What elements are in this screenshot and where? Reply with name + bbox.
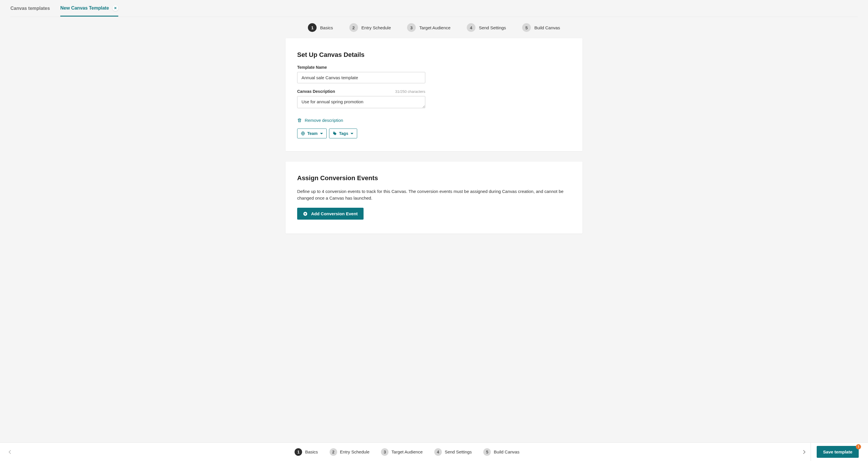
team-label: Team bbox=[307, 131, 318, 136]
step-label: Basics bbox=[320, 25, 333, 30]
char-count: 31/250 characters bbox=[395, 89, 425, 94]
card-heading: Assign Conversion Events bbox=[297, 174, 571, 182]
step-number: 2 bbox=[349, 23, 358, 32]
tags-dropdown[interactable]: Tags bbox=[329, 128, 358, 138]
step-label: Send Settings bbox=[479, 25, 506, 30]
add-conversion-event-button[interactable]: Add Conversion Event bbox=[297, 208, 364, 220]
tab-canvas-templates[interactable]: Canvas templates bbox=[10, 1, 50, 17]
template-name-input[interactable] bbox=[297, 72, 425, 83]
step-number: 3 bbox=[407, 23, 416, 32]
canvas-description-label: Canvas Description bbox=[297, 89, 335, 94]
step-label: Build Canvas bbox=[534, 25, 560, 30]
tags-label: Tags bbox=[339, 131, 348, 136]
remove-description-button[interactable]: Remove description bbox=[297, 117, 343, 124]
conversion-description: Define up to 4 conversion events to trac… bbox=[297, 188, 564, 201]
tag-icon bbox=[333, 132, 337, 136]
step-entry-schedule[interactable]: 2 Entry Schedule bbox=[349, 23, 391, 32]
conversion-events-card: Assign Conversion Events Define up to 4 … bbox=[285, 162, 583, 234]
add-conversion-event-label: Add Conversion Event bbox=[311, 211, 358, 216]
trash-icon bbox=[297, 118, 302, 123]
canvas-description-input[interactable] bbox=[297, 96, 425, 108]
tab-new-canvas-template[interactable]: New Canvas Template ✕ bbox=[60, 0, 118, 17]
step-label: Target Audience bbox=[419, 25, 451, 30]
team-dropdown[interactable]: Team bbox=[297, 128, 327, 138]
template-name-label: Template Name bbox=[297, 65, 327, 69]
tab-label: New Canvas Template bbox=[60, 5, 109, 11]
globe-icon bbox=[301, 132, 305, 136]
template-name-field: Template Name bbox=[297, 65, 425, 83]
step-basics[interactable]: 1 Basics bbox=[308, 23, 333, 32]
canvas-description-field: Canvas Description 31/250 characters bbox=[297, 89, 425, 109]
top-tabs: Canvas templates New Canvas Template ✕ bbox=[10, 0, 858, 17]
step-number: 1 bbox=[308, 23, 317, 32]
canvas-details-card: Set Up Canvas Details Template Name Canv… bbox=[285, 38, 583, 151]
card-heading: Set Up Canvas Details bbox=[297, 51, 571, 59]
plus-circle-icon bbox=[303, 211, 308, 216]
step-send-settings[interactable]: 4 Send Settings bbox=[467, 23, 506, 32]
step-target-audience[interactable]: 3 Target Audience bbox=[407, 23, 451, 32]
step-label: Entry Schedule bbox=[362, 25, 391, 30]
chevron-down-icon bbox=[320, 133, 323, 134]
chevron-down-icon bbox=[350, 133, 353, 134]
step-number: 5 bbox=[522, 23, 531, 32]
wizard-stepper: 1 Basics 2 Entry Schedule 3 Target Audie… bbox=[10, 17, 858, 38]
tab-label: Canvas templates bbox=[10, 6, 50, 11]
step-build-canvas[interactable]: 5 Build Canvas bbox=[522, 23, 560, 32]
remove-description-label: Remove description bbox=[305, 118, 343, 123]
step-number: 4 bbox=[467, 23, 475, 32]
close-tab-icon[interactable]: ✕ bbox=[113, 5, 118, 11]
